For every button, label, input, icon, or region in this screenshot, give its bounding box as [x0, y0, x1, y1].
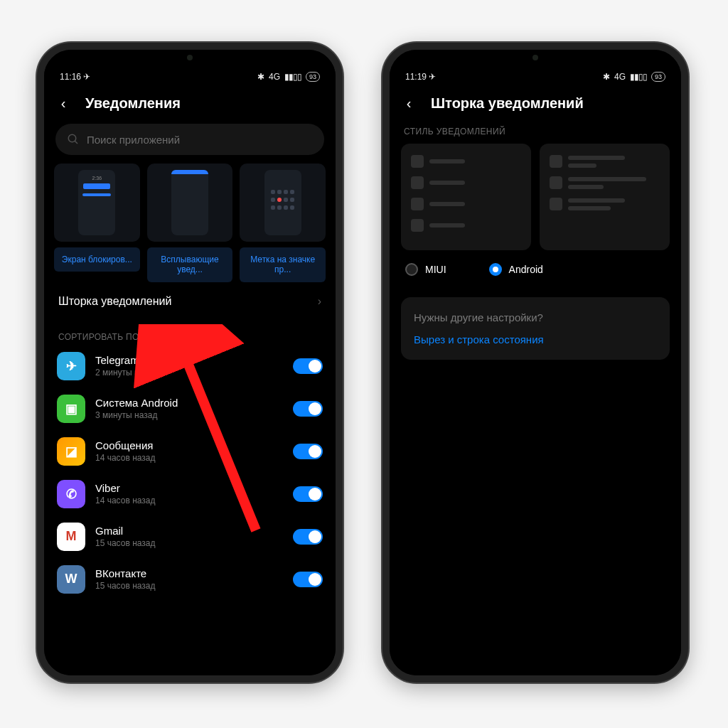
toggle-switch[interactable]: [293, 486, 323, 502]
toggle-switch[interactable]: [293, 444, 323, 459]
radio-android[interactable]: Android: [489, 263, 543, 276]
notification-type-tiles: 2:36 Экран блокиров... Всплывающие увед.…: [44, 164, 336, 282]
sort-label[interactable]: СОРТИРОВАТЬ ПО ВРЕМЕНИ ⌄: [44, 321, 336, 345]
app-list: ✈ Telegram2 минуты назад ▣ Система Andro…: [44, 345, 336, 601]
toggle-switch[interactable]: [293, 401, 323, 417]
app-row[interactable]: ✆ Viber14 часов назад: [44, 473, 336, 515]
app-row[interactable]: ✈ Telegram2 минуты назад: [44, 345, 336, 387]
bluetooth-icon: ✱: [603, 72, 610, 82]
tile-floating[interactable]: Всплывающие увед...: [147, 164, 233, 282]
tile-lockscreen[interactable]: 2:36 Экран блокиров...: [54, 164, 140, 282]
page-title: Уведомления: [85, 95, 181, 112]
android-icon: ▣: [57, 395, 85, 423]
section-style-label: СТИЛЬ УВЕДОМЛЕНИЙ: [390, 119, 681, 144]
toggle-switch[interactable]: [293, 529, 323, 545]
style-card-miui[interactable]: [401, 144, 531, 250]
toggle-switch[interactable]: [293, 358, 323, 374]
app-row[interactable]: M Gmail15 часов назад: [44, 515, 336, 558]
app-row[interactable]: ◪ Сообщения14 часов назад: [44, 430, 336, 473]
style-options: [390, 144, 681, 250]
network-icon: 4G: [614, 72, 626, 82]
viber-icon: ✆: [57, 480, 85, 508]
more-settings-card: Нужны другие настройки? Вырез и строка с…: [401, 297, 670, 360]
tile-badge[interactable]: Метка на значке пр...: [240, 164, 326, 282]
status-bar: 11:16 ✈ ✱ 4G ▮▮▯▯ 93: [44, 70, 336, 84]
style-card-android[interactable]: [540, 144, 670, 250]
phone-notch: [133, 50, 247, 65]
status-bar: 11:19 ✈ ✱ 4G ▮▮▯▯ 93: [390, 70, 681, 84]
radio-miui[interactable]: MIUI: [405, 263, 446, 276]
messages-icon: ◪: [57, 437, 85, 466]
search-icon: [67, 133, 80, 146]
phone-notification-shade: 11:19 ✈ ✱ 4G ▮▮▯▯ 93 ‹ Шторка уведомлени…: [382, 43, 688, 682]
signal-icon: ▮▮▯▯: [284, 72, 301, 82]
phone-notch: [478, 50, 592, 65]
status-time: 11:19: [405, 72, 427, 82]
battery-icon: 93: [306, 72, 320, 82]
link-cutout-statusbar[interactable]: Вырез и строка состояния: [414, 333, 657, 346]
status-time: 11:16: [60, 72, 81, 82]
phone-notifications: 11:16 ✈ ✱ 4G ▮▮▯▯ 93 ‹ Уведомления Поиск…: [37, 43, 343, 682]
toggle-switch[interactable]: [293, 572, 323, 587]
chevron-down-icon: ⌄: [190, 332, 197, 342]
search-input[interactable]: Поиск приложений: [55, 124, 324, 155]
app-row[interactable]: W ВКонтакте15 часов назад: [44, 558, 336, 601]
radio-off-icon: [405, 263, 418, 276]
radio-on-icon: [489, 263, 502, 276]
card-question: Нужны другие настройки?: [414, 311, 657, 323]
chevron-right-icon: ›: [318, 295, 321, 308]
search-placeholder: Поиск приложений: [87, 134, 180, 146]
battery-icon: 93: [651, 72, 665, 82]
telegram-icon: ✈: [57, 352, 85, 380]
svg-line-1: [75, 141, 77, 144]
page-title: Шторка уведомлений: [431, 95, 584, 112]
network-icon: 4G: [269, 72, 280, 82]
bluetooth-icon: ✱: [257, 72, 264, 82]
vk-icon: W: [57, 565, 85, 594]
svg-point-0: [68, 134, 76, 142]
back-button[interactable]: ‹: [54, 94, 73, 112]
telegram-send-icon: ✈: [83, 72, 90, 82]
telegram-send-icon: ✈: [429, 72, 436, 82]
gmail-icon: M: [57, 523, 85, 551]
signal-icon: ▮▮▯▯: [630, 72, 647, 82]
row-label: Шторка уведомлений: [58, 295, 171, 308]
back-button[interactable]: ‹: [400, 94, 418, 112]
row-notification-shade[interactable]: Шторка уведомлений ›: [44, 282, 336, 321]
app-row[interactable]: ▣ Система Android3 минуты назад: [44, 387, 336, 430]
